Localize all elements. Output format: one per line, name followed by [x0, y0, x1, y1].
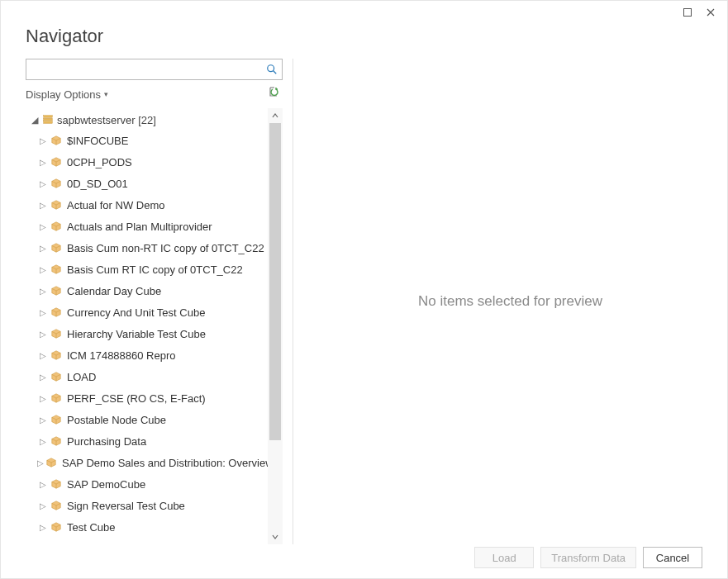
- display-options-label: Display Options: [26, 88, 101, 101]
- scrollbar-track[interactable]: [268, 123, 283, 529]
- search-input[interactable]: [26, 60, 262, 78]
- cube-icon: [50, 199, 62, 211]
- tree-item[interactable]: ▷Basis Cum non-RT IC copy of 0TCT_C22: [37, 237, 268, 259]
- window-close-icon[interactable]: [699, 3, 722, 21]
- tree-item[interactable]: ▷Actuals and Plan Multiprovider: [37, 216, 268, 237]
- tree-item-label: 0CPH_PODS: [67, 156, 132, 168]
- cube-icon: [50, 521, 62, 533]
- expand-icon[interactable]: ▷: [37, 351, 49, 360]
- cube-icon: [50, 435, 62, 447]
- expand-icon[interactable]: ▷: [37, 523, 49, 532]
- tree-item-label: Hierarchy Variable Test Cube: [67, 328, 206, 340]
- tree-item-label: Purchasing Data: [67, 435, 146, 448]
- tree-item-label: PERF_CSE (RO CS, E-Fact): [67, 392, 206, 405]
- cancel-button[interactable]: Cancel: [643, 547, 702, 568]
- tree-item[interactable]: ▷Currency And Unit Test Cube: [37, 301, 268, 323]
- expand-icon[interactable]: ▷: [37, 158, 49, 167]
- search-box[interactable]: [26, 59, 283, 80]
- tree-item-label: Basis Cum RT IC copy of 0TCT_C22: [67, 263, 243, 276]
- tree-item-label: $INFOCUBE: [67, 135, 128, 147]
- expand-icon[interactable]: ▷: [37, 222, 49, 231]
- expand-icon[interactable]: ▷: [37, 179, 49, 188]
- tree-item-label: LOAD: [67, 371, 96, 383]
- cube-icon: [50, 414, 62, 425]
- cube-icon: [50, 371, 62, 382]
- svg-line-2: [274, 71, 277, 74]
- cube-icon: [50, 242, 62, 254]
- tree-item[interactable]: ▷$INFOCUBE: [37, 130, 268, 151]
- expand-icon[interactable]: ▷: [37, 136, 49, 145]
- tree-item[interactable]: ▷PERF_CSE (RO CS, E-Fact): [37, 387, 268, 409]
- chevron-down-icon: ▾: [104, 90, 108, 98]
- tree-item[interactable]: ▷SAP DemoCube: [37, 473, 268, 495]
- content-area: Display Options ▾ ◢: [1, 59, 727, 544]
- tree-item[interactable]: ▷Sign Reversal Test Cube: [37, 495, 268, 516]
- expand-icon[interactable]: ▷: [37, 373, 49, 382]
- load-button[interactable]: Load: [474, 547, 534, 568]
- expand-icon[interactable]: ▷: [37, 330, 49, 339]
- svg-rect-3: [44, 116, 53, 118]
- preview-empty-message: No items selected for preview: [418, 293, 602, 310]
- tree-item[interactable]: ▷0D_SD_O01: [37, 173, 268, 194]
- cube-icon: [50, 156, 62, 168]
- expand-icon[interactable]: ▷: [37, 480, 49, 489]
- tree-item[interactable]: ▷0CPH_PODS: [37, 151, 268, 173]
- scrollbar-thumb[interactable]: [269, 123, 281, 440]
- expand-icon[interactable]: ▷: [37, 265, 49, 274]
- tree-item-label: Sign Reversal Test Cube: [67, 500, 185, 512]
- tree-item[interactable]: ▷Calendar Day Cube: [37, 280, 268, 301]
- tree-item[interactable]: ▷Actual for NW Demo: [37, 194, 268, 216]
- cube-icon: [50, 328, 62, 339]
- cube-icon: [50, 306, 62, 318]
- cube-icon: [45, 457, 57, 468]
- tree-item-label: Actual for NW Demo: [67, 199, 164, 211]
- options-row: Display Options ▾: [26, 80, 283, 108]
- dialog-header: Navigator: [1, 24, 727, 59]
- expand-icon[interactable]: ▷: [37, 244, 49, 253]
- tree-scrollbar[interactable]: [268, 108, 283, 544]
- cube-icon: [50, 500, 62, 511]
- cube-icon: [50, 349, 62, 361]
- tree-item[interactable]: ▷LOAD: [37, 366, 268, 387]
- svg-rect-0: [684, 9, 692, 17]
- tree-item-label: Actuals and Plan Multiprovider: [67, 221, 212, 233]
- expand-icon[interactable]: ▷: [37, 308, 49, 317]
- svg-point-1: [268, 65, 274, 72]
- cube-icon: [50, 135, 62, 146]
- tree-item-label: Postable Node Cube: [67, 414, 166, 426]
- expand-icon[interactable]: ▷: [37, 287, 49, 296]
- refresh-icon[interactable]: [268, 87, 283, 102]
- tree-item-label: Basis Cum non-RT IC copy of 0TCT_C22: [67, 242, 264, 254]
- search-icon[interactable]: [262, 64, 282, 75]
- tree-root-server[interactable]: ◢ sapbwtestserver [22]: [26, 110, 268, 130]
- expand-icon[interactable]: ▷: [37, 437, 49, 446]
- expand-icon[interactable]: ▷: [37, 458, 44, 467]
- svg-rect-4: [44, 118, 53, 121]
- tree-item[interactable]: ▷Purchasing Data: [37, 430, 268, 452]
- expand-icon[interactable]: ▷: [37, 501, 49, 510]
- tree-item[interactable]: ▷Test Cube: [37, 516, 268, 538]
- titlebar: [1, 1, 727, 24]
- tree-item[interactable]: ▷SAP Demo Sales and Distribution: Overvi…: [37, 452, 268, 473]
- tree-item[interactable]: ▷ICM 174888860 Repro: [37, 344, 268, 366]
- window-maximize-icon[interactable]: [676, 3, 699, 21]
- cube-icon: [50, 478, 62, 490]
- cube-icon: [50, 221, 62, 232]
- tree-root-label: sapbwtestserver [22]: [57, 114, 156, 126]
- server-icon: [42, 114, 54, 126]
- expand-icon[interactable]: ▷: [37, 394, 49, 403]
- tree-item[interactable]: ▷Hierarchy Variable Test Cube: [37, 323, 268, 344]
- display-options-dropdown[interactable]: Display Options ▾: [26, 88, 108, 101]
- collapse-icon[interactable]: ◢: [29, 115, 40, 126]
- expand-icon[interactable]: ▷: [37, 201, 49, 210]
- tree-item[interactable]: ▷Basis Cum RT IC copy of 0TCT_C22: [37, 259, 268, 280]
- scroll-up-icon[interactable]: [268, 108, 283, 123]
- expand-icon[interactable]: ▷: [37, 415, 49, 425]
- tree-children: ▷$INFOCUBE▷0CPH_PODS▷0D_SD_O01▷Actual fo…: [26, 130, 268, 538]
- tree-item[interactable]: ▷Postable Node Cube: [37, 409, 268, 430]
- tree-item-label: 0D_SD_O01: [67, 178, 128, 190]
- tree-item-label: SAP DemoCube: [67, 478, 145, 491]
- transform-data-button[interactable]: Transform Data: [540, 547, 636, 568]
- cube-icon: [50, 285, 62, 297]
- tree-item-label: ICM 174888860 Repro: [67, 349, 176, 362]
